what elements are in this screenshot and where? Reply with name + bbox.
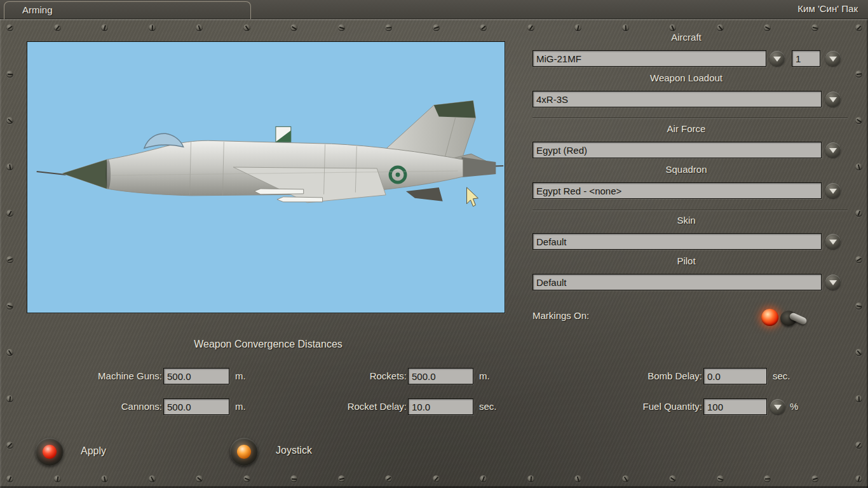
markings-toggle[interactable] — [760, 305, 812, 330]
screw-icon — [338, 475, 345, 482]
tab-arming-label: Arming — [22, 4, 53, 15]
screw-icon — [622, 475, 629, 482]
screw-icon — [196, 24, 203, 31]
aircraft-select[interactable] — [532, 50, 766, 67]
aircraft-preview-image — [27, 42, 505, 313]
cannons-unit: m. — [235, 401, 246, 412]
airforce-dropdown-button[interactable] — [825, 142, 841, 158]
screw-icon — [717, 24, 724, 31]
screw-icon — [6, 24, 13, 31]
apply-button[interactable] — [36, 438, 64, 466]
top-bar: Arming Ким 'Син' Пак — [0, 0, 868, 19]
screw-icon — [338, 24, 345, 31]
screw-icon — [480, 475, 487, 482]
arming-panel: Aircraft Weapon Loadout Air Force Squadr… — [0, 19, 868, 488]
aircraft-label: Aircraft — [532, 32, 840, 43]
screw-icon — [6, 210, 13, 217]
screw-icon — [6, 442, 13, 449]
cannons-label: Cannons: — [25, 401, 162, 412]
rockets-input[interactable] — [408, 368, 473, 384]
chevron-down-icon — [829, 97, 837, 102]
screw-icon — [855, 256, 862, 263]
aircraft-count-dropdown-button[interactable] — [825, 51, 841, 66]
screw-icon — [433, 24, 440, 31]
rocket-delay-label: Rocket Delay: — [280, 401, 407, 412]
squadron-label: Squadron — [532, 164, 840, 175]
joystick-button-label[interactable]: Joystick — [276, 445, 312, 456]
divider — [532, 118, 848, 118]
screw-icon — [717, 475, 724, 482]
screw-icon — [622, 24, 629, 31]
indicator-lamp-icon — [761, 309, 778, 326]
screw-icon — [6, 349, 13, 356]
fuel-quantity-label: Fuel Quantity: — [572, 401, 702, 412]
screw-icon — [101, 475, 108, 482]
loadout-dropdown-button[interactable] — [825, 92, 841, 107]
joystick-button[interactable] — [230, 438, 258, 466]
screw-icon — [149, 475, 156, 482]
bomb-delay-label: Bomb Delay: — [572, 370, 702, 381]
bomb-delay-input[interactable] — [703, 368, 767, 384]
chevron-down-icon — [829, 148, 837, 153]
screw-icon — [480, 24, 487, 31]
red-button-icon — [43, 445, 57, 459]
pilot-select[interactable] — [532, 274, 822, 290]
screw-icon — [669, 24, 676, 31]
fuel-quantity-unit: % — [790, 401, 798, 412]
skin-dropdown-button[interactable] — [825, 234, 841, 249]
screw-icon — [149, 24, 156, 31]
airforce-label: Air Force — [532, 123, 840, 134]
fuel-quantity-input[interactable] — [703, 398, 767, 415]
rocket-delay-unit: sec. — [479, 401, 497, 412]
screw-icon — [855, 117, 862, 124]
loadout-label: Weapon Loadout — [532, 72, 840, 83]
pilot-dropdown-button[interactable] — [825, 274, 841, 290]
screw-icon — [6, 117, 13, 124]
squadron-dropdown-button[interactable] — [825, 183, 841, 198]
skin-select[interactable] — [532, 233, 822, 250]
loadout-select[interactable] — [532, 91, 822, 107]
screw-icon — [855, 442, 862, 449]
cannons-input[interactable] — [163, 398, 229, 415]
machine-guns-unit: m. — [235, 370, 246, 381]
convergence-title: Weapon Convergence Distances — [27, 339, 510, 350]
screw-icon — [764, 475, 771, 482]
screw-icon — [6, 302, 13, 309]
squadron-select[interactable] — [532, 182, 822, 199]
aircraft-dropdown-button[interactable] — [770, 51, 785, 66]
tab-arming[interactable]: Arming — [4, 1, 251, 19]
machine-guns-input[interactable] — [163, 368, 229, 384]
screw-icon — [855, 395, 862, 402]
player-name: Ким 'Син' Пак — [797, 3, 858, 14]
screw-icon — [764, 24, 771, 31]
screw-icon — [6, 475, 13, 482]
aircraft-preview — [27, 41, 505, 313]
divider — [532, 210, 848, 210]
screw-icon — [855, 71, 862, 78]
screw-icon — [6, 71, 13, 78]
screw-icon — [385, 475, 392, 482]
chevron-down-icon — [774, 405, 782, 410]
fuel-quantity-dropdown-button[interactable] — [770, 399, 785, 414]
screw-icon — [101, 24, 108, 31]
screw-icon — [669, 475, 676, 482]
chevron-down-icon — [829, 57, 837, 62]
screw-icon — [54, 24, 61, 31]
screw-icon — [855, 349, 862, 356]
rocket-delay-input[interactable] — [408, 398, 473, 415]
screw-icon — [574, 24, 581, 31]
screw-icon — [243, 24, 250, 31]
screw-icon — [527, 475, 534, 482]
aircraft-count-input[interactable] — [792, 50, 820, 67]
airforce-select[interactable] — [532, 142, 822, 158]
screw-icon — [385, 24, 392, 31]
screw-icon — [855, 24, 862, 31]
chevron-down-icon — [829, 189, 837, 194]
chevron-down-icon — [829, 240, 837, 245]
machine-guns-label: Machine Guns: — [25, 370, 162, 381]
apply-button-label[interactable]: Apply — [81, 445, 106, 457]
screw-icon — [811, 24, 818, 31]
bomb-delay-unit: sec. — [773, 370, 790, 381]
rockets-unit: m. — [479, 370, 490, 381]
toggle-switch-icon — [778, 306, 810, 329]
